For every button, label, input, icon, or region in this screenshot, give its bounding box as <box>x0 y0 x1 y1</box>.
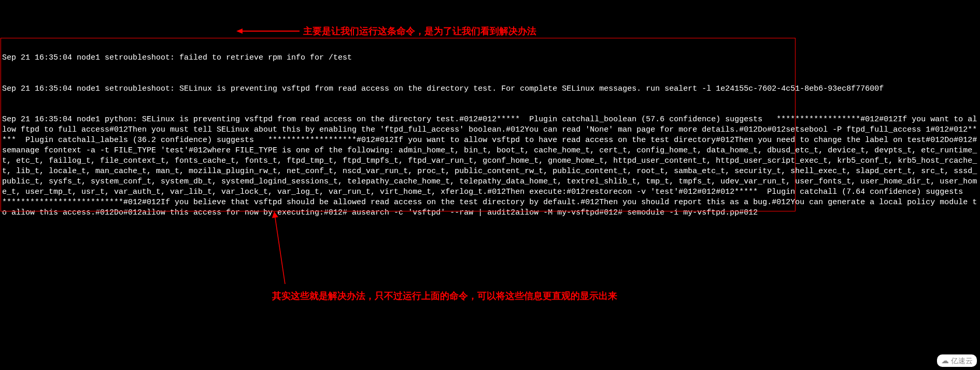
log-line-3: Sep 21 16:35:04 node1 python: SELinux is… <box>2 115 980 217</box>
log-line-1: Sep 21 16:35:04 node1 setroubleshoot: fa… <box>2 53 352 62</box>
svg-line-0 <box>275 215 285 284</box>
arrow-head-1 <box>236 29 243 34</box>
watermark: ☁ 亿速云 <box>937 354 977 367</box>
arrow-line-1 <box>243 31 300 32</box>
log-line-2: Sep 21 16:35:04 node1 setroubleshoot: SE… <box>2 84 884 93</box>
annotation-2: 其实这些就是解决办法，只不过运行上面的命令，可以将这些信息更直观的显示出来 <box>272 290 617 303</box>
cloud-icon: ☁ <box>941 355 949 366</box>
annotation-1: 主要是让我们运行这条命令，是为了让我们看到解决办法 <box>303 25 536 38</box>
arrow-2-svg <box>269 211 311 289</box>
watermark-text: 亿速云 <box>951 356 973 366</box>
svg-marker-1 <box>271 211 278 218</box>
